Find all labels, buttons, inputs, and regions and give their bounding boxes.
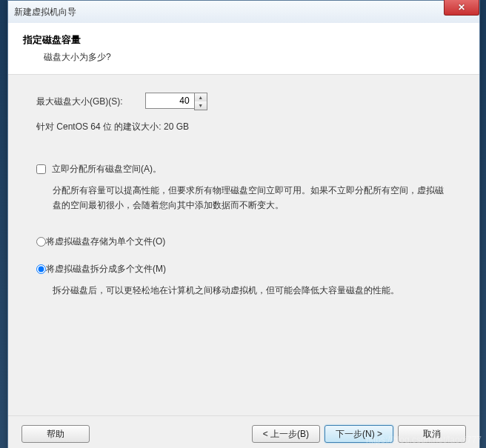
help-button[interactable]: 帮助 [21, 425, 90, 443]
header-title: 指定磁盘容量 [23, 33, 465, 47]
content-area: 最大磁盘大小(GB)(S): ▲ ▼ 针对 CentOS 64 位 的建议大小:… [8, 75, 479, 415]
allocate-description: 分配所有容量可以提高性能，但要求所有物理磁盘空间立即可用。如果不立即分配所有空间… [53, 183, 451, 213]
disk-size-input[interactable] [145, 93, 194, 109]
allocate-checkbox[interactable] [36, 164, 46, 174]
disk-size-spinner: ▲ ▼ [145, 93, 207, 110]
wizard-window: 新建虚拟机向导 ✕ 指定磁盘容量 磁盘大小为多少? 最大磁盘大小(GB)(S):… [7, 0, 480, 448]
cancel-button[interactable]: 取消 [398, 425, 466, 443]
close-icon: ✕ [458, 2, 465, 13]
spinner-buttons: ▲ ▼ [194, 93, 207, 110]
header-panel: 指定磁盘容量 磁盘大小为多少? [8, 23, 479, 75]
recommended-size: 针对 CentOS 64 位 的建议大小: 20 GB [36, 121, 451, 133]
storage-radio-group: 将虚拟磁盘存储为单个文件(O) 将虚拟磁盘拆分成多个文件(M) 拆分磁盘后，可以… [36, 235, 451, 298]
store-single-row[interactable]: 将虚拟磁盘存储为单个文件(O) [36, 235, 451, 248]
store-single-label: 将虚拟磁盘存储为单个文件(O) [46, 235, 165, 248]
close-button[interactable]: ✕ [444, 0, 479, 16]
disk-size-row: 最大磁盘大小(GB)(S): ▲ ▼ [36, 93, 451, 110]
header-subtitle: 磁盘大小为多少? [44, 51, 465, 64]
back-button[interactable]: < 上一步(B) [252, 425, 320, 443]
allocate-immediately-option: 立即分配所有磁盘空间(A)。 分配所有容量可以提高性能，但要求所有物理磁盘空间立… [36, 163, 451, 213]
store-split-radio[interactable] [36, 264, 46, 274]
window-title: 新建虚拟机向导 [14, 6, 76, 19]
allocate-label: 立即分配所有磁盘空间(A)。 [52, 163, 162, 175]
store-split-row[interactable]: 将虚拟磁盘拆分成多个文件(M) [36, 263, 451, 275]
spinner-down-button[interactable]: ▼ [195, 101, 207, 110]
button-bar: 帮助 < 上一步(B) 下一步(N) > 取消 [8, 415, 479, 448]
next-button[interactable]: 下一步(N) > [324, 425, 393, 443]
store-split-description: 拆分磁盘后，可以更轻松地在计算机之间移动虚拟机，但可能会降低大容量磁盘的性能。 [53, 283, 451, 298]
spinner-up-button[interactable]: ▲ [195, 93, 207, 101]
titlebar: 新建虚拟机向导 ✕ [8, 1, 479, 23]
allocate-checkbox-row[interactable]: 立即分配所有磁盘空间(A)。 [36, 163, 451, 175]
store-single-radio[interactable] [36, 237, 46, 247]
disk-size-label: 最大磁盘大小(GB)(S): [36, 96, 123, 108]
store-split-label: 将虚拟磁盘拆分成多个文件(M) [46, 263, 166, 275]
